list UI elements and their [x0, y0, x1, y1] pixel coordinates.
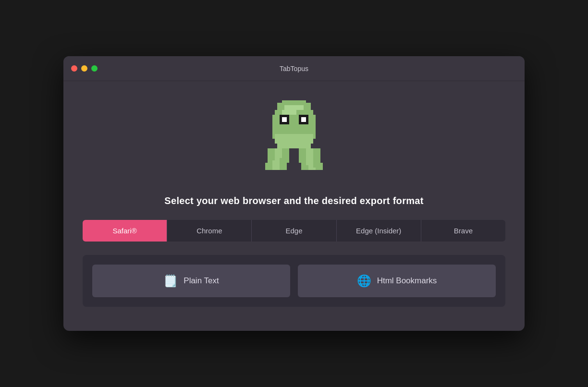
main-content: Select your web browser and the desired … — [63, 81, 525, 331]
export-panel: 🗒️ Plain Text 🌐 Html Bookmarks — [83, 255, 505, 307]
mascot — [256, 96, 332, 182]
svg-rect-10 — [277, 144, 311, 148]
html-bookmarks-label: Html Bookmarks — [377, 276, 437, 286]
plain-text-button[interactable]: 🗒️ Plain Text — [92, 265, 290, 297]
svg-rect-7 — [282, 117, 287, 122]
tab-chrome[interactable]: Chrome — [167, 220, 252, 242]
svg-rect-4 — [282, 100, 306, 105]
svg-rect-9 — [275, 134, 313, 144]
plain-text-icon: 🗒️ — [163, 275, 178, 287]
maximize-button[interactable] — [91, 65, 98, 72]
close-button[interactable] — [71, 65, 77, 72]
tab-brave[interactable]: Brave — [421, 220, 505, 242]
svg-rect-12 — [265, 163, 272, 170]
browser-tab-bar: Safari® Chrome Edge Edge (Insider) Brave — [83, 220, 505, 242]
html-bookmarks-icon: 🌐 — [357, 275, 371, 287]
svg-rect-22 — [316, 163, 323, 170]
subtitle-text: Select your web browser and the desired … — [164, 195, 423, 206]
app-window: TabTopus — [63, 56, 525, 331]
svg-rect-8 — [301, 117, 306, 122]
svg-rect-23 — [284, 105, 304, 110]
titlebar: TabTopus — [63, 56, 525, 81]
tab-edge[interactable]: Edge — [252, 220, 336, 242]
html-bookmarks-button[interactable]: 🌐 Html Bookmarks — [298, 265, 496, 297]
svg-rect-16 — [280, 158, 287, 170]
tab-edge-insider[interactable]: Edge (Insider) — [337, 220, 421, 242]
minimize-button[interactable] — [81, 65, 87, 72]
plain-text-label: Plain Text — [184, 276, 219, 286]
tab-safari[interactable]: Safari® — [83, 220, 167, 242]
svg-rect-14 — [272, 160, 280, 170]
window-title: TabTopus — [280, 65, 308, 73]
svg-rect-24 — [282, 110, 296, 115]
window-controls — [71, 65, 98, 72]
